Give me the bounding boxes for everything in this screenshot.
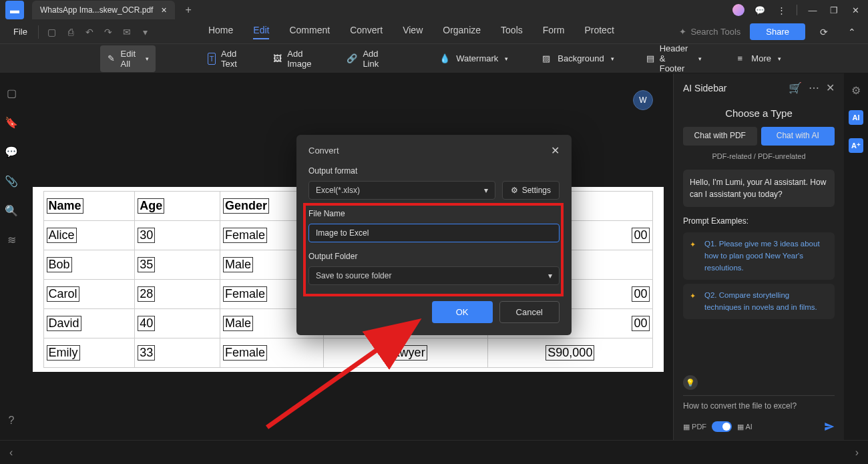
- ai-toggle-label: ▦ AI: [737, 423, 752, 431]
- prompt-example-2[interactable]: Q2. Compare storytelling techniques in n…: [683, 284, 835, 319]
- prompt-example-1[interactable]: Q1. Please give me 3 ideas about how to …: [683, 232, 835, 280]
- attachment-icon[interactable]: 📎: [5, 175, 17, 187]
- user-avatar[interactable]: [732, 4, 744, 16]
- output-folder-label: Output Folder: [308, 252, 560, 261]
- pencil-icon: ✎: [107, 53, 116, 65]
- send-icon[interactable]: [824, 421, 835, 432]
- chevron-down-icon: ▾: [611, 55, 614, 62]
- dialog-title: Convert: [308, 146, 339, 156]
- file-menu[interactable]: File: [7, 27, 34, 37]
- share-button[interactable]: Share: [750, 23, 805, 40]
- tab-title: WhatsApp Ima...skew_OCR.pdf: [40, 5, 153, 15]
- help-icon[interactable]: ?: [5, 415, 17, 427]
- prompt-examples-label: Prompt Examples:: [683, 216, 835, 226]
- document-tab[interactable]: WhatsApp Ima...skew_OCR.pdf ×: [32, 1, 175, 19]
- ai-greeting: Hello, I'm Lumi, your AI assistant. How …: [683, 170, 835, 207]
- pdf-ai-toggle[interactable]: [712, 421, 732, 432]
- tab-organize[interactable]: Organize: [443, 25, 481, 39]
- output-format-select[interactable]: Excel(*.xlsx) ▾: [308, 181, 495, 200]
- print-icon[interactable]: ⎙: [61, 23, 80, 41]
- titlebar: ▬ WhatsApp Ima...skew_OCR.pdf × + 💬 ⋮ — …: [0, 0, 868, 20]
- settings-rail-icon[interactable]: ⚙: [851, 84, 861, 97]
- thumbnails-icon[interactable]: ▢: [5, 87, 17, 99]
- tab-tools[interactable]: Tools: [501, 25, 523, 39]
- search-icon[interactable]: 🔍: [5, 204, 17, 216]
- hint-bulb-icon[interactable]: 💡: [683, 375, 698, 390]
- edit-all-button[interactable]: ✎ Edit All ▾: [100, 45, 156, 72]
- minimize-icon[interactable]: —: [807, 4, 819, 16]
- ai-sidebar-title: AI Sidebar: [683, 83, 726, 93]
- collapse-icon[interactable]: ⌃: [843, 23, 861, 41]
- back-icon[interactable]: ‹: [9, 447, 13, 459]
- comment-icon[interactable]: 💬: [5, 146, 17, 158]
- more-dots-icon[interactable]: ⋯: [809, 81, 819, 94]
- mail-icon[interactable]: ✉: [118, 23, 136, 41]
- tab-home[interactable]: Home: [208, 25, 233, 39]
- watermark-icon: 💧: [439, 53, 451, 65]
- cart-icon[interactable]: 🛒: [789, 81, 802, 94]
- bookmark-icon[interactable]: 🔖: [5, 116, 17, 128]
- tab-comment[interactable]: Comment: [289, 25, 330, 39]
- layers-icon[interactable]: ≋: [5, 234, 17, 246]
- file-name-input[interactable]: [308, 224, 560, 242]
- tab-convert[interactable]: Convert: [350, 25, 383, 39]
- translate-rail-icon[interactable]: A⁺: [849, 138, 863, 153]
- settings-button[interactable]: ⚙ Settings: [502, 181, 560, 200]
- add-text-button[interactable]: T Add Text: [201, 45, 248, 72]
- dialog-close-icon[interactable]: ✕: [551, 144, 560, 157]
- menu-dots-icon[interactable]: ⋮: [775, 4, 787, 16]
- type-subtext: PDF-related / PDF-unrelated: [683, 152, 835, 160]
- close-sidebar-icon[interactable]: ✕: [826, 81, 835, 94]
- forward-icon[interactable]: ›: [855, 447, 859, 459]
- ai-input[interactable]: How to convert the file to excel?: [683, 395, 835, 416]
- close-window-icon[interactable]: ✕: [849, 4, 861, 16]
- convert-dialog: Convert ✕ Output format Excel(*.xlsx) ▾ …: [296, 135, 572, 335]
- chat-pdf-button[interactable]: Chat with PDF: [683, 127, 757, 146]
- dropdown-icon[interactable]: ▾: [136, 23, 155, 41]
- word-export-icon[interactable]: W: [633, 90, 653, 110]
- search-tools[interactable]: ✦ Search Tools: [679, 27, 740, 37]
- more-button[interactable]: ≡ More ▾: [727, 49, 788, 68]
- background-button[interactable]: ▨ Background ▾: [533, 49, 620, 68]
- chat-ai-button[interactable]: Chat with AI: [761, 127, 835, 146]
- chevron-down-icon: ▾: [505, 55, 508, 62]
- message-icon[interactable]: 💬: [754, 4, 766, 16]
- tab-edit[interactable]: Edit: [253, 25, 269, 39]
- bottombar: ‹ ›: [0, 440, 868, 464]
- tab-protect[interactable]: Protect: [584, 25, 614, 39]
- close-tab-icon[interactable]: ×: [161, 5, 166, 15]
- chevron-down-icon: ▾: [698, 55, 702, 62]
- chevron-down-icon: ▾: [146, 55, 149, 62]
- chevron-down-icon: ▾: [484, 186, 488, 195]
- add-link-button[interactable]: 🔗 Add Link: [340, 45, 387, 72]
- file-name-label: File Name: [308, 209, 560, 218]
- tab-view[interactable]: View: [403, 25, 423, 39]
- sparkle-icon: ✦: [679, 27, 686, 37]
- pdf-toggle-label: ▦ PDF: [683, 423, 706, 431]
- link-icon: 🔗: [347, 53, 357, 65]
- ok-button[interactable]: OK: [432, 301, 493, 323]
- more-icon: ≡: [734, 53, 746, 65]
- add-image-button[interactable]: 🖼 Add Image: [266, 45, 321, 72]
- open-icon[interactable]: ▢: [43, 23, 61, 41]
- maximize-icon[interactable]: ❐: [828, 4, 840, 16]
- chevron-down-icon: ▾: [548, 271, 552, 280]
- choose-type-heading: Choose a Type: [683, 107, 835, 119]
- ai-rail-icon[interactable]: AI: [849, 110, 863, 125]
- watermark-button[interactable]: 💧 Watermark ▾: [432, 49, 515, 68]
- output-folder-select[interactable]: Save to source folder ▾: [308, 266, 560, 285]
- app-icon: ▬: [5, 1, 24, 19]
- cloud-icon[interactable]: ⟳: [815, 23, 833, 41]
- new-tab-button[interactable]: +: [186, 4, 192, 16]
- header-footer-button[interactable]: ▤ Header & Footer ▾: [640, 40, 709, 77]
- header-footer-icon: ▤: [646, 53, 654, 65]
- menubar: File ▢ ⎙ ↶ ↷ ✉ ▾ Home Edit Comment Conve…: [0, 20, 868, 44]
- cancel-button[interactable]: Cancel: [499, 301, 560, 323]
- gear-icon: ⚙: [511, 186, 518, 195]
- background-icon: ▨: [540, 53, 552, 65]
- ai-sidebar: AI Sidebar 🛒 ⋯ ✕ Choose a Type Chat with…: [673, 73, 844, 440]
- redo-icon[interactable]: ↷: [99, 23, 118, 41]
- undo-icon[interactable]: ↶: [80, 23, 99, 41]
- tab-form[interactable]: Form: [543, 25, 565, 39]
- main-tabs: Home Edit Comment Convert View Organize …: [208, 25, 614, 39]
